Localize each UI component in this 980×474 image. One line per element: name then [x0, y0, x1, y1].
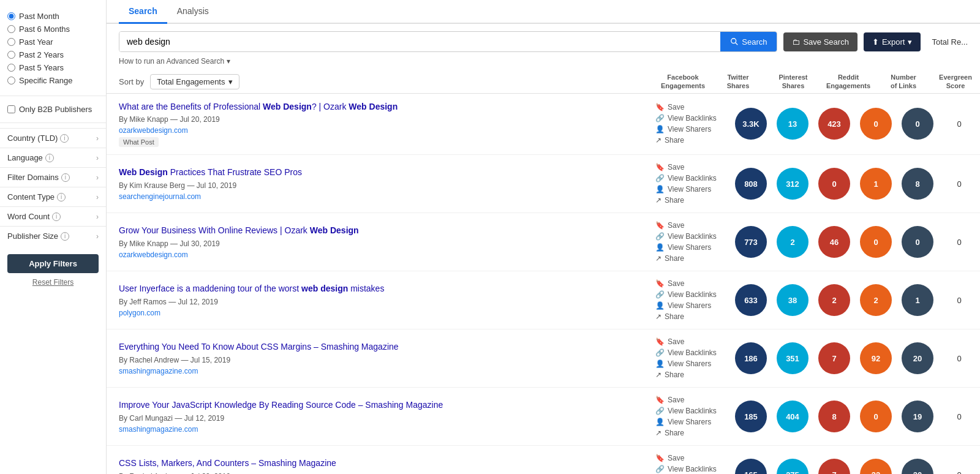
result-actions-0: 🔖 Save 🔗 View Backlinks 👤 View Sharers ↗… — [650, 102, 730, 145]
filter-word-count[interactable]: Word Count i › — [0, 206, 106, 226]
share-icon-3: ↗ — [655, 312, 662, 321]
result-domain-0[interactable]: ozarkwebdesign.com — [119, 126, 650, 135]
result-domain-5[interactable]: smashingmagazine.com — [119, 425, 650, 434]
save-link-1[interactable]: 🔖 Save — [655, 162, 725, 172]
links-metric-2: 0 — [902, 226, 933, 258]
share-link-1[interactable]: ↗ Share — [655, 195, 725, 205]
share-link-0[interactable]: ↗ Share — [655, 135, 725, 145]
facebook-metric-6: 165 — [735, 459, 767, 474]
result-actions-4: 🔖 Save 🔗 View Backlinks 👤 View Sharers ↗… — [650, 337, 730, 380]
save-link-0[interactable]: 🔖 Save — [655, 102, 725, 112]
view-backlinks-1[interactable]: 🔗 View Backlinks — [655, 173, 725, 183]
view-sharers-1[interactable]: 👤 View Sharers — [655, 184, 725, 194]
view-backlinks-4[interactable]: 🔗 View Backlinks — [655, 348, 725, 358]
share-icon-5: ↗ — [655, 429, 662, 437]
save-icon-0: 🔖 — [655, 103, 665, 111]
filter-language[interactable]: Language i › — [0, 148, 106, 167]
result-title-3[interactable]: User Inyerface is a maddening tour of th… — [119, 283, 650, 295]
save-icon-5: 🔖 — [655, 396, 665, 404]
language-info-icon: i — [45, 154, 54, 162]
save-link-2[interactable]: 🔖 Save — [655, 220, 725, 230]
links-metric-6: 20 — [902, 459, 933, 474]
view-sharers-4[interactable]: 👤 View Sharers — [655, 359, 725, 369]
radio-past-2-years[interactable]: Past 2 Years — [7, 48, 99, 61]
filter-content-type[interactable]: Content Type i › — [0, 187, 106, 206]
filter-publisher-size[interactable]: Publisher Size i › — [0, 226, 106, 246]
search-button[interactable]: Search — [720, 32, 777, 51]
save-search-button[interactable]: 🗀 Save Search — [783, 32, 857, 51]
facebook-metric-4: 186 — [735, 342, 767, 374]
result-actions-3: 🔖 Save 🔗 View Backlinks 👤 View Sharers ↗… — [650, 279, 730, 322]
links-metric-1: 8 — [902, 168, 933, 200]
save-link-6[interactable]: 🔖 Save — [655, 453, 725, 463]
apply-filters-button[interactable]: Apply Filters — [7, 254, 99, 273]
domains-info-icon: i — [61, 173, 70, 182]
view-sharers-5[interactable]: 👤 View Sharers — [655, 417, 725, 427]
view-backlinks-3[interactable]: 🔗 View Backlinks — [655, 290, 725, 299]
evergreen-metric-3: 0 — [943, 296, 975, 305]
view-backlinks-2[interactable]: 🔗 View Backlinks — [655, 231, 725, 241]
view-backlinks-5[interactable]: 🔗 View Backlinks — [655, 406, 725, 416]
share-link-2[interactable]: ↗ Share — [655, 254, 725, 263]
twitter-metric-6: 375 — [777, 459, 809, 474]
filter-domains[interactable]: Filter Domains i › — [0, 167, 106, 187]
result-domain-1[interactable]: searchenginejournal.com — [119, 192, 650, 201]
result-actions-5: 🔖 Save 🔗 View Backlinks 👤 View Sharers ↗… — [650, 395, 730, 438]
view-sharers-3[interactable]: 👤 View Sharers — [655, 301, 725, 310]
export-button[interactable]: ⬆ Export ▾ — [864, 32, 921, 51]
sort-dropdown[interactable]: Total Engagements ▾ — [150, 74, 239, 89]
col-header-twitter: TwitterShares — [710, 73, 766, 91]
result-content-4: Everything You Need To Know About CSS Ma… — [119, 341, 650, 375]
links-metric-5: 19 — [902, 401, 933, 432]
share-link-3[interactable]: ↗ Share — [655, 312, 725, 322]
view-backlinks-6[interactable]: 🔗 View Backlinks — [655, 464, 725, 474]
result-title-4[interactable]: Everything You Need To Know About CSS Ma… — [119, 341, 650, 353]
result-content-2: Grow Your Business With Online Reviews |… — [119, 225, 650, 259]
view-backlinks-0[interactable]: 🔗 View Backlinks — [655, 113, 725, 123]
result-content-0: What are the Benefits of Professional We… — [119, 101, 650, 148]
search-input[interactable] — [119, 32, 720, 51]
reset-filters-link[interactable]: Reset Filters — [0, 276, 106, 289]
tab-search[interactable]: Search — [119, 0, 167, 24]
result-metrics-6: 165 375 7 32 20 0 — [730, 459, 980, 474]
result-domain-4[interactable]: smashingmagazine.com — [119, 367, 650, 375]
result-actions-2: 🔖 Save 🔗 View Backlinks 👤 View Sharers ↗… — [650, 220, 730, 263]
result-title-5[interactable]: Improve Your JavaScript Knowledge By Rea… — [119, 399, 650, 412]
radio-past-month[interactable]: Past Month — [7, 10, 99, 23]
column-headers: FacebookEngagements TwitterShares Pinter… — [576, 73, 980, 91]
advanced-search-link[interactable]: How to run an Advanced Search ▾ — [107, 56, 980, 70]
main-content: Search Analysis Search 🗀 Save Search ⬆ E… — [107, 0, 980, 474]
twitter-metric-5: 404 — [777, 401, 809, 432]
link-icon-5: 🔗 — [655, 407, 665, 415]
view-sharers-2[interactable]: 👤 View Sharers — [655, 243, 725, 252]
radio-past-6-months[interactable]: Past 6 Months — [7, 23, 99, 36]
result-title-0[interactable]: What are the Benefits of Professional We… — [119, 101, 650, 113]
save-link-5[interactable]: 🔖 Save — [655, 395, 725, 405]
share-link-5[interactable]: ↗ Share — [655, 428, 725, 438]
share-link-4[interactable]: ↗ Share — [655, 370, 725, 380]
result-domain-3[interactable]: polygon.com — [119, 309, 650, 317]
evergreen-metric-6: 0 — [943, 470, 975, 474]
tab-analysis[interactable]: Analysis — [167, 0, 219, 24]
radio-past-5-years[interactable]: Past 5 Years — [7, 61, 99, 74]
evergreen-metric-2: 0 — [943, 238, 975, 247]
b2b-checkbox[interactable]: Only B2B Publishers — [0, 101, 106, 118]
reddit-metric-5: 0 — [860, 401, 892, 432]
radio-specific-range[interactable]: Specific Range — [7, 74, 99, 87]
sort-chevron-icon: ▾ — [228, 77, 233, 86]
result-domain-2[interactable]: ozarkwebdesign.com — [119, 250, 650, 259]
filter-country[interactable]: Country (TLD) i › — [0, 128, 106, 148]
save-link-3[interactable]: 🔖 Save — [655, 279, 725, 288]
radio-past-year[interactable]: Past Year — [7, 36, 99, 48]
country-chevron-icon: › — [96, 134, 99, 143]
result-title-1[interactable]: Web Design Practices That Frustrate SEO … — [119, 167, 650, 179]
link-icon-2: 🔗 — [655, 232, 665, 241]
result-title-2[interactable]: Grow Your Business With Online Reviews |… — [119, 225, 650, 237]
save-link-4[interactable]: 🔖 Save — [655, 337, 725, 347]
result-title-6[interactable]: CSS Lists, Markers, And Counters – Smash… — [119, 457, 650, 470]
facebook-metric-3: 633 — [735, 284, 767, 316]
twitter-metric-2: 2 — [777, 226, 809, 258]
view-sharers-0[interactable]: 👤 View Sharers — [655, 124, 725, 134]
save-icon-4: 🔖 — [655, 337, 665, 346]
result-actions-1: 🔖 Save 🔗 View Backlinks 👤 View Sharers ↗… — [650, 162, 730, 205]
